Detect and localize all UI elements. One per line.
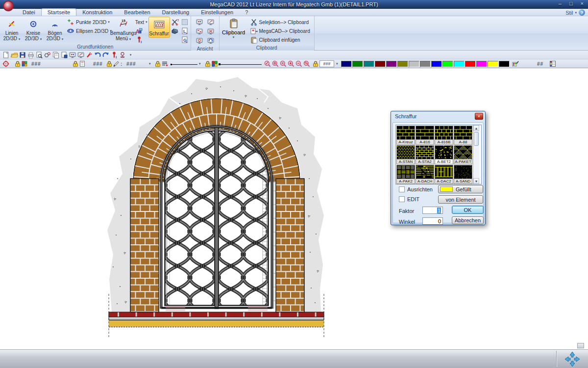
view-button-mon5[interactable] xyxy=(194,36,205,45)
hatch-tile-a-dac2[interactable]: A-DAC2 xyxy=(435,165,453,184)
scroll-thumb[interactable] xyxy=(474,132,479,146)
ribbon-button-kreise-2d-3d[interactable]: Kreise2D/3D ▾ xyxy=(23,17,44,43)
zoom-plus-icon[interactable] xyxy=(287,60,295,68)
qat-screen1-button[interactable] xyxy=(68,51,76,59)
tab-startseite[interactable]: Startseite xyxy=(41,8,76,16)
pen-combo[interactable]: ### xyxy=(126,60,136,68)
megacad-logo-icon[interactable] xyxy=(3,0,14,11)
view-button-mon3[interactable] xyxy=(194,27,205,36)
zoom-arrows-icon[interactable] xyxy=(279,60,287,68)
scroll-up-button[interactable]: ▲ xyxy=(473,125,479,131)
color-swatch-8[interactable] xyxy=(420,60,431,68)
ribbon-item-font[interactable]: A xyxy=(134,26,148,35)
tab-datei[interactable]: Datei xyxy=(17,9,41,16)
scroll-corner-button[interactable] xyxy=(577,343,584,348)
ribbon-item-selejktion-clipboard[interactable]: Selejktion--> Clipboard xyxy=(249,18,311,26)
minimize-button[interactable]: – xyxy=(557,0,563,6)
gefuellt-button[interactable]: Gefüllt xyxy=(438,185,483,193)
color-swatch-3[interactable] xyxy=(364,60,374,68)
ok-button[interactable]: OK xyxy=(452,206,484,214)
hatch-tile-a-sand[interactable]: A-SAND xyxy=(454,165,472,184)
ribbon-button-bema-ungs-men-[interactable]: 15BemaßungsMenü ▾ xyxy=(113,17,134,43)
qat-more-button[interactable]: ▾ xyxy=(126,51,135,59)
view-button-mon6[interactable] xyxy=(205,36,216,45)
dialog-titlebar[interactable]: Schraffur xyxy=(391,111,485,121)
ribbon-item-pagel[interactable]: L xyxy=(180,26,190,35)
qat-erase-button[interactable] xyxy=(85,51,93,59)
ribbon-button-b-gen-2d-3d[interactable]: Bögen2D/3D ▾ xyxy=(44,17,66,43)
dropdown-arrow-icon[interactable]: ▾ xyxy=(336,60,338,68)
color-table-icon[interactable] xyxy=(549,60,557,68)
color-swatch-13[interactable] xyxy=(476,60,487,68)
color-swatch-5[interactable] xyxy=(386,60,397,68)
qat-print-button[interactable] xyxy=(26,51,35,59)
help-icon[interactable]: ? xyxy=(579,9,585,16)
linewidth-preview[interactable] xyxy=(219,60,262,68)
abbrechen-button[interactable]: Abbrechen xyxy=(452,216,484,224)
ribbon-item-ellipsen-2d-3d[interactable]: Ellipsen 2D/3D▾ xyxy=(66,26,113,35)
qat-new-button[interactable] xyxy=(1,51,10,59)
pen-style-icon[interactable] xyxy=(112,60,120,68)
qat-pagecopy-button[interactable] xyxy=(51,51,60,59)
dropdown-arrow-icon[interactable]: ▾ xyxy=(199,60,201,68)
tab-konstruktion[interactable]: Konstruktion xyxy=(76,9,118,16)
hatch-tile-a-816b[interactable]: A-816B xyxy=(435,126,453,145)
scroll-down-button[interactable]: ▼ xyxy=(473,178,479,184)
qat-config-button[interactable] xyxy=(43,51,51,59)
close-button[interactable]: × xyxy=(579,0,585,6)
group-select-icon[interactable] xyxy=(78,60,86,68)
color-combo[interactable]: ### xyxy=(319,60,334,68)
color-swatch-11[interactable] xyxy=(454,60,465,68)
ribbon-item-text[interactable]: Text▾ xyxy=(134,18,148,26)
qat-pagesave-button[interactable] xyxy=(60,51,68,59)
stil-menu[interactable]: Stil xyxy=(565,10,573,16)
hatch-tile-a-sta2[interactable]: A-STA2 xyxy=(416,145,434,164)
hatch-tile-a-88[interactable]: A-88 xyxy=(454,126,472,145)
dropdown-arrow-icon[interactable]: ▾ xyxy=(149,60,151,68)
color-swatch-12[interactable] xyxy=(465,60,476,68)
zoom-pct-icon[interactable]: % xyxy=(303,60,311,68)
color-picker-icon[interactable] xyxy=(512,60,519,68)
tab-?[interactable]: ? xyxy=(239,9,254,16)
color-swatch-15[interactable] xyxy=(499,60,510,68)
pan-control-icon[interactable] xyxy=(559,351,586,368)
maximize-button[interactable]: □ xyxy=(568,0,574,6)
layer-combo[interactable]: ### xyxy=(31,60,41,68)
zoom-minus-icon[interactable] xyxy=(295,60,303,68)
clipboard-big-button[interactable]: Clipboard▾ xyxy=(220,17,247,40)
faktor-input[interactable]: 1 xyxy=(422,207,443,214)
qat-preview-button[interactable] xyxy=(35,51,43,59)
view-button-mon4[interactable] xyxy=(205,27,216,36)
hatch-tile-a-paket[interactable]: A-PAKET xyxy=(454,145,472,164)
dialog-close-button[interactable]: × xyxy=(475,113,483,120)
ribbon-item-clipboard-einf-gen[interactable]: Clipboard einfügen xyxy=(249,35,311,44)
qat-stamp-button[interactable] xyxy=(118,51,126,59)
color-swatch-9[interactable] xyxy=(431,60,442,68)
hatch-tile-a-bet2[interactable]: A-BET2 xyxy=(435,145,453,164)
qat-pin-button[interactable]: i xyxy=(110,51,118,59)
winkel-input[interactable]: 0 xyxy=(422,217,443,225)
color-swatch-14[interactable] xyxy=(488,60,498,68)
tab-einstellungen[interactable]: Einstellungen xyxy=(195,9,239,16)
qat-save-button[interactable] xyxy=(18,51,26,59)
edit-checkbox[interactable] xyxy=(399,196,405,202)
stil-arrow-icon[interactable]: ▾ xyxy=(575,11,577,15)
linetype-preview[interactable] xyxy=(171,60,197,68)
color-swatch-1[interactable] xyxy=(341,60,352,68)
qat-open-button[interactable] xyxy=(10,51,18,59)
qat-screen2-button[interactable] xyxy=(76,51,85,59)
color-swatch-7[interactable] xyxy=(409,60,419,68)
group-combo[interactable]: ### xyxy=(93,60,103,68)
tab-darstellung[interactable]: Darstellung xyxy=(156,9,196,16)
ribbon-item-megacad-clipboard[interactable]: MegaCAD--> Clipboard xyxy=(249,26,311,35)
ribbon-item-solid[interactable] xyxy=(170,26,180,35)
color-swatch-10[interactable] xyxy=(442,60,453,68)
ribbon-item-punkte-2d-3d[interactable]: Punkte 2D/3D▾ xyxy=(66,18,113,26)
view-button-mon1[interactable] xyxy=(194,18,205,26)
drawing-canvas[interactable] xyxy=(0,68,588,349)
color-swatch-6[interactable] xyxy=(397,60,408,68)
ausrichten-checkbox[interactable] xyxy=(399,186,405,192)
qat-redo-button[interactable] xyxy=(101,51,110,59)
ribbon-item-trim[interactable]: ? xyxy=(170,18,180,26)
linewidth-icon[interactable] xyxy=(211,60,219,68)
